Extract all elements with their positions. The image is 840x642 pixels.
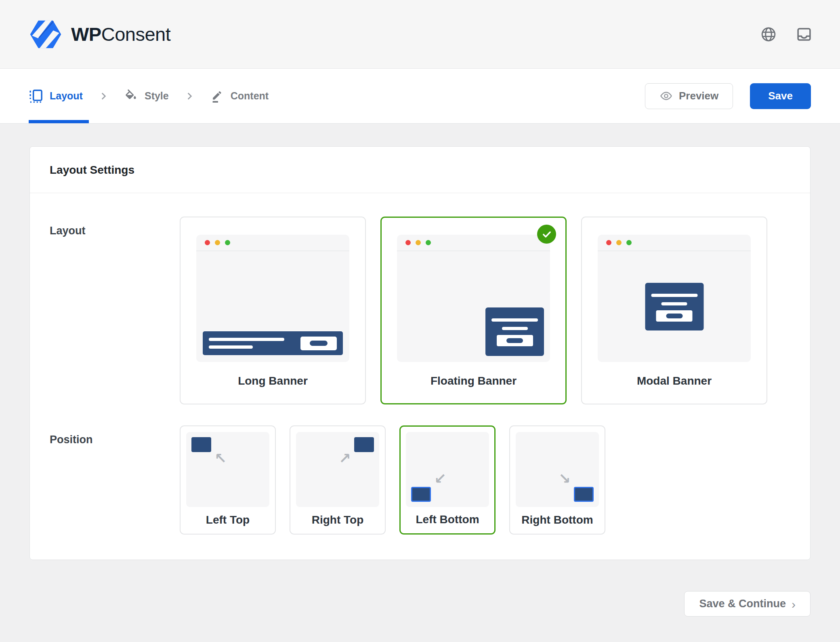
brand-name: WPConsent bbox=[71, 23, 170, 45]
chevron-right-icon: › bbox=[792, 597, 796, 611]
window-dot-yellow bbox=[215, 240, 220, 245]
inbox-tray-icon[interactable] bbox=[796, 26, 813, 43]
window-dot-green bbox=[426, 240, 431, 245]
browser-mockup-bar bbox=[598, 235, 751, 251]
position-option-right-top[interactable]: ↗ Right Top bbox=[290, 425, 386, 535]
settings-nav: Layout Style Content bbox=[0, 69, 840, 124]
layout-settings-panel: Layout Settings Layout bbox=[29, 146, 811, 560]
layout-option-modal-banner[interactable]: Modal Banner bbox=[581, 217, 767, 404]
main-content: Layout Settings Layout bbox=[0, 124, 840, 560]
position-option-label: Left Top bbox=[181, 506, 275, 534]
position-option-right-bottom[interactable]: ↘ Right Bottom bbox=[509, 425, 605, 535]
position-option-label: Right Top bbox=[290, 506, 385, 534]
long-banner-thumbnail bbox=[203, 331, 343, 355]
position-preview-box: ↙ bbox=[406, 432, 489, 507]
eye-icon bbox=[659, 89, 673, 103]
panel-title: Layout Settings bbox=[50, 164, 790, 177]
layout-options: Long Banner bbox=[180, 217, 767, 404]
floating-banner-thumbnail bbox=[485, 307, 544, 356]
footer-actions: Save & Continue › bbox=[0, 591, 840, 617]
save-continue-button[interactable]: Save & Continue › bbox=[684, 591, 811, 617]
browser-mockup bbox=[598, 235, 751, 362]
window-dot-green bbox=[225, 240, 230, 245]
paint-bucket-icon bbox=[124, 89, 138, 103]
check-icon bbox=[542, 229, 552, 240]
arrow-up-left-icon: ↖ bbox=[214, 451, 227, 466]
tab-style[interactable]: Style bbox=[124, 89, 169, 103]
position-preview-box: ↗ bbox=[296, 432, 379, 507]
position-preview-box: ↖ bbox=[186, 432, 269, 507]
banner-mini-button bbox=[497, 335, 533, 346]
modal-banner-thumbnail bbox=[645, 283, 704, 330]
browser-mockup bbox=[397, 235, 550, 362]
arrow-down-right-icon: ↘ bbox=[559, 472, 571, 486]
save-continue-label: Save & Continue bbox=[699, 598, 786, 610]
chevron-right-icon bbox=[184, 91, 195, 101]
globe-icon[interactable] bbox=[760, 26, 777, 43]
tab-style-label: Style bbox=[145, 90, 169, 102]
window-dot-green bbox=[626, 240, 632, 245]
arrow-up-right-icon: ↗ bbox=[339, 451, 351, 466]
position-preview-box: ↘ bbox=[516, 432, 599, 507]
layout-setting-row: Layout bbox=[50, 217, 790, 404]
active-tab-underline bbox=[29, 120, 89, 123]
window-dot-yellow bbox=[616, 240, 622, 245]
layout-option-floating-banner[interactable]: Floating Banner bbox=[380, 217, 567, 404]
browser-mockup-body bbox=[598, 251, 751, 362]
browser-mockup-body bbox=[397, 251, 550, 362]
window-dot-yellow bbox=[416, 240, 421, 245]
layout-option-long-banner[interactable]: Long Banner bbox=[180, 217, 366, 404]
layout-option-label: Floating Banner bbox=[430, 375, 517, 387]
pencil-icon bbox=[210, 89, 224, 103]
brand-name-bold: WP bbox=[71, 23, 101, 45]
wpconsent-logo-icon bbox=[29, 19, 62, 49]
app-header: WPConsent bbox=[0, 0, 840, 69]
position-option-label: Left Bottom bbox=[401, 506, 494, 533]
position-options: ↖ Left Top ↗ Right Top bbox=[180, 425, 605, 535]
position-option-left-bottom[interactable]: ↙ Left Bottom bbox=[399, 425, 496, 535]
browser-mockup bbox=[196, 235, 349, 362]
preview-button-label: Preview bbox=[679, 90, 718, 102]
position-row-label: Position bbox=[50, 425, 180, 446]
tab-content[interactable]: Content bbox=[210, 89, 269, 103]
panel-header: Layout Settings bbox=[30, 147, 810, 193]
position-option-label: Right Bottom bbox=[510, 506, 605, 534]
window-dot-red bbox=[205, 240, 210, 245]
banner-position-rect bbox=[411, 487, 431, 502]
brand: WPConsent bbox=[29, 19, 170, 49]
banner-mini-button bbox=[300, 337, 337, 350]
banner-text-lines bbox=[209, 338, 295, 349]
position-option-left-top[interactable]: ↖ Left Top bbox=[180, 425, 276, 535]
tab-bar: Layout Style Content bbox=[29, 89, 269, 103]
position-setting-row: Position ↖ Left Top ↗ bbox=[50, 425, 790, 535]
window-dot-red bbox=[606, 240, 611, 245]
panel-body: Layout bbox=[30, 193, 810, 560]
layout-icon bbox=[29, 89, 43, 103]
preview-button[interactable]: Preview bbox=[645, 83, 733, 109]
banner-position-rect bbox=[574, 487, 594, 502]
banner-mini-button bbox=[656, 310, 693, 322]
layout-option-label: Long Banner bbox=[238, 375, 308, 387]
layout-option-label: Modal Banner bbox=[637, 375, 712, 387]
save-button[interactable]: Save bbox=[750, 83, 811, 109]
banner-position-rect bbox=[191, 437, 211, 452]
arrow-down-left-icon: ↙ bbox=[434, 472, 446, 486]
tab-layout-label: Layout bbox=[50, 90, 83, 102]
window-dot-red bbox=[405, 240, 411, 245]
brand-name-rest: Consent bbox=[101, 23, 171, 45]
banner-position-rect bbox=[354, 437, 374, 452]
browser-mockup-bar bbox=[397, 235, 550, 251]
browser-mockup-bar bbox=[196, 235, 349, 251]
browser-mockup-body bbox=[196, 251, 349, 362]
tab-layout[interactable]: Layout bbox=[29, 89, 83, 103]
tab-content-label: Content bbox=[231, 90, 269, 102]
selected-badge bbox=[537, 225, 556, 244]
chevron-right-icon bbox=[98, 91, 109, 101]
layout-row-label: Layout bbox=[50, 217, 180, 237]
